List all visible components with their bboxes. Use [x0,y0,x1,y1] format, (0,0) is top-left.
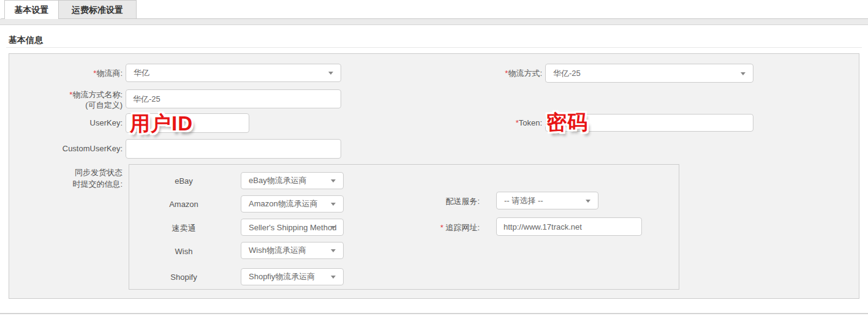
delivery-service-label: 配送服务: [398,196,480,206]
aliexpress-carrier-select[interactable]: Seller's Shipping Method [241,219,344,236]
sync-label-line1: 同步发货状态 [9,167,123,178]
logistics-method-label-text: 物流方式: [508,69,542,78]
chevron-down-icon [331,276,336,279]
chevron-down-icon [331,179,336,182]
chevron-down-icon [586,200,591,203]
chevron-down-icon [331,249,336,252]
ebay-carrier-value: eBay物流承运商 [249,175,307,186]
sync-label-line2: 时提交的信息: [9,178,123,190]
logistics-provider-select[interactable]: 华亿 [126,64,341,82]
token-input[interactable] [545,114,753,132]
chevron-down-icon [331,203,336,206]
logistics-provider-label: *物流商: [9,68,123,78]
method-name-input[interactable] [126,89,341,108]
userkey-label: UserKey: [9,118,123,128]
logistics-provider-value: 华亿 [134,67,149,78]
wish-carrier-value: Wish物流承运商 [249,245,306,256]
method-name-label-line1: 物流方式名称: [72,90,123,99]
bottom-divider [0,313,868,314]
section-divider [6,47,862,48]
userkey-input[interactable] [126,113,249,133]
settings-page: 基本设置 运费标准设置 基本信息 *物流商: 华亿 *物流方式: 华亿-25 *… [0,0,868,316]
platform-label-ebay: eBay [147,176,221,186]
required-asterisk: * [440,223,443,232]
chevron-down-icon [741,72,745,75]
ebay-carrier-select[interactable]: eBay物流承运商 [241,172,344,189]
chevron-down-icon [328,72,333,75]
sync-section-label: 同步发货状态 时提交的信息: [9,167,123,190]
wish-carrier-select[interactable]: Wish物流承运商 [241,242,344,259]
logistics-method-select[interactable]: 华亿-25 [545,64,753,83]
shopify-carrier-value: Shopfiy物流承运商 [249,271,315,282]
logistics-method-value: 华亿-25 [553,68,581,79]
aliexpress-carrier-value: Seller's Shipping Method [249,223,336,232]
amazon-carrier-select[interactable]: Amazon物流承运商 [241,195,344,213]
platform-label-aliexpress: 速卖通 [147,223,221,234]
token-label: *Token: [429,118,542,128]
amazon-carrier-value: Amazon物流承运商 [249,198,318,209]
tabbar-strip [0,18,868,25]
delivery-service-select[interactable]: -- 请选择 -- [496,192,598,209]
tracking-url-label: * 追踪网址: [398,222,480,233]
method-name-label: *物流方式名称: (可自定义) [9,89,123,110]
tab-freight-settings[interactable]: 运费标准设置 [58,0,137,19]
tracking-url-input[interactable] [496,217,642,236]
custom-userkey-input[interactable] [126,139,341,159]
chevron-down-icon [331,226,336,229]
tracking-url-label-text: 追踪网址: [445,223,480,232]
custom-userkey-label: CustomUserKey: [9,143,123,154]
platform-label-amazon: Amazon [147,200,221,209]
shopify-carrier-select[interactable]: Shopfiy物流承运商 [241,268,344,285]
delivery-service-value: -- 请选择 -- [504,195,543,206]
token-label-text: Token: [519,118,542,127]
platform-label-shopify: Shopify [147,273,221,282]
logistics-method-label: *物流方式: [429,68,542,78]
method-name-label-line2: (可自定义) [9,100,123,110]
section-title-basic-info: 基本信息 [9,35,43,46]
tab-basic-settings[interactable]: 基本设置 [4,0,59,19]
platform-label-wish: Wish [147,247,221,256]
logistics-provider-label-text: 物流商: [96,69,123,78]
